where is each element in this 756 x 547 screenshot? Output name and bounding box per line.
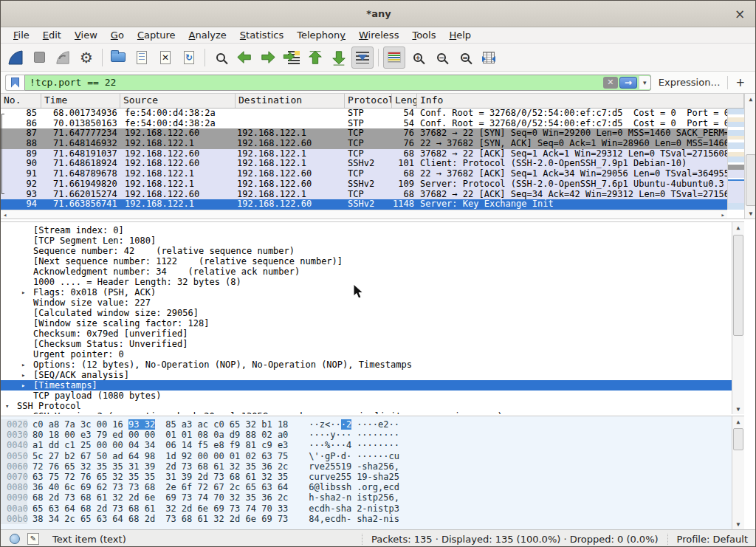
go-back-button[interactable] [233, 47, 255, 69]
detail-line[interactable]: ▸Flags: 0x018 (PSH, ACK) [1, 287, 744, 297]
detail-line[interactable]: [Calculated window size: 29056] [1, 308, 744, 318]
detail-line[interactable]: [Stream index: 0] [1, 225, 744, 235]
hex-row-0090[interactable]: 009068 2d 73 68 61 32 2d 6e69 73 74 70 3… [1, 492, 744, 503]
packet-row-87[interactable]: 8771.647777234192.168.122.60192.168.122.… [1, 128, 727, 139]
title-bar[interactable]: *any × [1, 1, 756, 27]
packet-row-94[interactable]: 9471.663856741192.168.122.1192.168.122.6… [1, 199, 727, 210]
hex-row-00b0[interactable]: 00b038 34 2c 65 63 64 68 2d73 68 61 32 2… [1, 514, 744, 524]
filter-clear-button[interactable]: ✕ [603, 77, 618, 89]
colorize-toggle[interactable] [383, 47, 405, 69]
column-header-info[interactable]: Info [417, 94, 744, 108]
detail-line[interactable]: ▸SSH Version 2 (encryption:chacha20-poly… [1, 411, 744, 414]
add-filter-button[interactable]: + [728, 76, 752, 89]
hex-row-0040[interactable]: 0040a1 dd c1 25 00 00 04 3406 14 f5 e8 f… [1, 440, 744, 450]
column-header-length[interactable]: Length [392, 94, 417, 108]
expert-info-icon[interactable] [10, 534, 20, 544]
packet-row-91[interactable]: 9171.648789678192.168.122.1192.168.122.6… [1, 169, 727, 179]
hex-row-0020[interactable]: 0020c0 a8 7a 3c 00 16 93 3285 a3 ac c0 6… [1, 419, 744, 430]
hex-row-0060[interactable]: 006072 76 65 32 35 35 31 392d 73 68 61 3… [1, 461, 744, 472]
capture-options-button[interactable]: ⚙ [75, 47, 97, 69]
detail-line[interactable]: Acknowledgment number: 34 (relative ack … [1, 266, 744, 277]
column-header-protocol[interactable]: Protocol [345, 94, 392, 108]
packet-row-92[interactable]: 9271.661949820192.168.122.1192.168.122.6… [1, 179, 727, 190]
menu-item-edit[interactable]: Edit [36, 28, 68, 42]
hex-row-0070[interactable]: 007063 75 72 76 65 32 35 3531 39 2d 73 6… [1, 472, 744, 482]
menu-item-tools[interactable]: Tools [405, 28, 442, 42]
detail-line[interactable]: TCP payload (1080 bytes) [1, 391, 744, 401]
zoom-original-button[interactable]: = [454, 47, 476, 69]
scroll-down-icon[interactable]: ▼ [732, 520, 744, 529]
detail-line[interactable]: ▸[SEQ/ACK analysis] [1, 370, 744, 380]
packet-row-88[interactable]: 8871.648146932192.168.122.1192.168.122.6… [1, 139, 727, 149]
details-vscrollbar[interactable]: ▲ ▼ [732, 222, 744, 414]
detail-line[interactable]: 1000 .... = Header Length: 32 bytes (8) [1, 277, 744, 287]
menu-item-capture[interactable]: Capture [131, 28, 182, 42]
detail-line[interactable]: [Next sequence number: 1122 (relative se… [1, 256, 744, 266]
resize-columns-button[interactable] [478, 47, 500, 69]
find-packet-button[interactable] [210, 47, 232, 69]
packet-bytes-pane[interactable]: 0020c0 a8 7a 3c 00 16 93 3285 a3 ac c0 6… [1, 416, 744, 529]
column-header-time[interactable]: Time [41, 94, 120, 108]
column-header-destination[interactable]: Destination [236, 94, 345, 108]
scroll-up-icon[interactable]: ▲ [732, 417, 744, 427]
packet-row-90[interactable]: 9071.648618924192.168.122.60192.168.122.… [1, 159, 727, 169]
scroll-thumb[interactable] [733, 428, 743, 450]
go-forward-button[interactable] [257, 47, 279, 69]
menu-item-statistics[interactable]: Statistics [233, 28, 290, 42]
autoscroll-toggle[interactable] [351, 47, 374, 69]
go-first-packet-button[interactable] [304, 47, 326, 69]
detail-line[interactable]: Sequence number: 42 (relative sequence n… [1, 246, 744, 256]
menu-item-wireless[interactable]: Wireless [352, 28, 405, 42]
filter-dropdown-button[interactable]: ▾ [639, 76, 650, 89]
scroll-right-icon[interactable]: ▸ [719, 211, 727, 219]
scroll-up-icon[interactable]: ▲ [732, 223, 744, 233]
scroll-thumb[interactable] [733, 235, 743, 336]
filter-apply-button[interactable]: → [619, 77, 637, 89]
intelligent-scrollbar-minimap[interactable] [727, 109, 744, 210]
reload-file-button[interactable]: ↻ [178, 47, 200, 69]
scroll-left-icon[interactable]: ◂ [1, 211, 9, 219]
detail-line[interactable]: Urgent pointer: 0 [1, 349, 744, 359]
close-button[interactable]: × [730, 4, 749, 24]
packet-row-89[interactable]: 8971.648191037192.168.122.60192.168.122.… [1, 149, 727, 159]
stop-capture-button[interactable] [28, 47, 50, 69]
save-file-button[interactable] [131, 47, 153, 69]
packet-row-93[interactable]: 9371.662015274192.168.122.60192.168.122.… [1, 190, 727, 200]
menu-item-telephony[interactable]: Telephony [290, 28, 352, 42]
packet-list-hscrollbar[interactable]: ◂ ▸ [1, 210, 727, 219]
go-last-packet-button[interactable] [328, 47, 350, 69]
display-filter-input[interactable]: !tcp.port == 22 ✕ → ▾ [24, 75, 651, 91]
expression-button[interactable]: Expression… [651, 77, 728, 88]
column-header-source[interactable]: Source [120, 94, 236, 108]
menu-item-help[interactable]: Help [442, 28, 478, 42]
detail-line[interactable]: ▸[Timestamps] [1, 380, 744, 391]
detail-line[interactable]: [TCP Segment Len: 1080] [1, 235, 744, 246]
go-to-packet-button[interactable] [281, 47, 303, 69]
filter-bookmark-button[interactable] [5, 75, 24, 91]
menu-item-analyze[interactable]: Analyze [182, 28, 233, 42]
detail-line[interactable]: Window size value: 227 [1, 297, 744, 308]
scroll-down-icon[interactable]: ▼ [732, 405, 744, 414]
detail-line[interactable]: ▾SSH Protocol [1, 401, 744, 411]
hex-row-0080[interactable]: 008036 40 6c 69 62 73 73 682e 6f 72 67 2… [1, 482, 744, 492]
profile-label[interactable]: Profile: Default [667, 534, 756, 545]
scroll-thumb[interactable] [746, 154, 756, 206]
detail-line[interactable]: Checksum: 0x79ed [unverified] [1, 328, 744, 339]
menu-item-view[interactable]: View [68, 28, 104, 42]
detail-line[interactable]: ▸Options: (12 bytes), No-Operation (NOP)… [1, 359, 744, 370]
packet-row-86[interactable]: 8670.013850163fe:54:00:d4:38:2aSTP54Conf… [1, 119, 727, 129]
restart-capture-button[interactable] [52, 47, 74, 69]
detail-line[interactable]: [Checksum Status: Unverified] [1, 339, 744, 349]
open-file-button[interactable] [107, 47, 129, 69]
capture-comment-icon[interactable]: ✎ [27, 533, 39, 545]
menu-item-file[interactable]: File [7, 28, 36, 42]
hex-row-0050[interactable]: 00505c 27 b2 67 50 ad 64 981d 92 00 00 0… [1, 451, 744, 461]
scroll-down-icon[interactable]: ▼ [745, 209, 756, 219]
column-header-no[interactable]: No. [1, 94, 41, 108]
packet-row-85[interactable]: 8568.001734936fe:54:00:d4:38:2aSTP54Conf… [1, 109, 727, 119]
bytes-vscrollbar[interactable]: ▲ ▼ [732, 416, 744, 529]
scroll-up-icon[interactable]: ▲ [745, 94, 756, 104]
detail-line[interactable]: [Window size scaling factor: 128] [1, 318, 744, 328]
start-capture-button[interactable] [4, 47, 27, 69]
close-file-button[interactable]: ✕ [154, 47, 176, 69]
